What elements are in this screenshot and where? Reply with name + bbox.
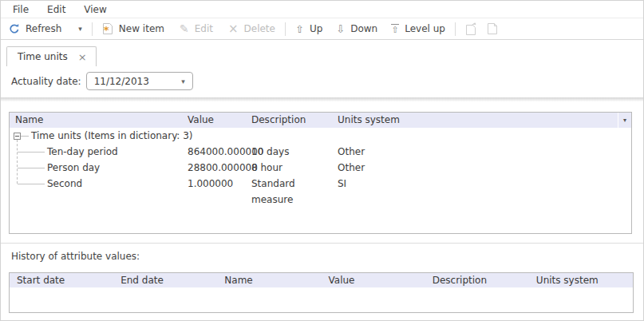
cell-name: Second	[47, 176, 82, 192]
tree-connector	[21, 136, 29, 137]
up-arrow-icon: ⇧	[295, 24, 304, 34]
history-grid-header: Start date End date Name Value Descripti…	[10, 273, 633, 287]
history-column-value[interactable]: Value	[322, 273, 425, 287]
tab-time-units[interactable]: Time units ×	[6, 46, 97, 66]
actuality-date-label: Actuality date:	[11, 76, 81, 87]
collapse-icon[interactable]	[14, 133, 21, 140]
cell-units-system: Other	[335, 144, 631, 160]
up-label: Up	[310, 23, 322, 34]
down-arrow-icon: ⇩	[336, 24, 345, 34]
menu-bar: File Edit View	[1, 1, 643, 18]
copy-icon	[465, 22, 476, 35]
cell-value: 28800.000000	[185, 160, 249, 176]
toolbar-separator	[92, 22, 93, 36]
cell-value: 864000.000000	[185, 144, 249, 160]
refresh-icon	[9, 23, 20, 34]
new-item-button[interactable]: * New item	[102, 22, 164, 35]
group-row[interactable]: Time units (Items in dictionary: 3)	[10, 128, 631, 144]
menu-view[interactable]: View	[84, 4, 106, 15]
toolbar-separator	[455, 22, 456, 36]
refresh-button[interactable]: Refresh ▾	[9, 23, 82, 34]
new-item-icon: *	[102, 22, 113, 35]
cell-name: Ten-day period	[47, 144, 118, 160]
tab-strip: Time units ×	[1, 40, 643, 66]
tab-close-icon[interactable]: ×	[78, 52, 87, 62]
grid-rows: Time units (Items in dictionary: 3) Ten-…	[10, 128, 631, 192]
actuality-date-value: 11/12/2013	[94, 76, 149, 87]
section-divider	[1, 97, 643, 101]
edit-pencil-icon: ✎	[180, 23, 189, 34]
level-up-label: Level up	[405, 23, 445, 34]
refresh-dropdown-icon[interactable]: ▾	[78, 25, 82, 33]
time-units-grid: Name Value Description Units system ▾ Ti…	[9, 112, 632, 234]
tree-connector	[18, 168, 45, 168]
delete-label: Delete	[244, 23, 275, 34]
actuality-date-row: Actuality date: 11/12/2013 ▾	[11, 72, 643, 90]
history-column-end-date[interactable]: End date	[113, 273, 217, 287]
refresh-label: Refresh	[26, 23, 61, 34]
new-item-star-icon: *	[104, 25, 109, 35]
column-chooser-icon[interactable]: ▾	[618, 113, 631, 128]
edit-label: Edit	[195, 23, 213, 34]
history-column-name[interactable]: Name	[217, 273, 321, 287]
copy-button[interactable]	[465, 22, 476, 35]
column-header-name[interactable]: Name	[10, 113, 185, 128]
menu-file[interactable]: File	[13, 4, 29, 15]
group-label: Time units (Items in dictionary: 3)	[31, 128, 193, 144]
column-header-description[interactable]: Description	[249, 113, 335, 128]
grid-header: Name Value Description Units system ▾	[10, 113, 631, 128]
history-column-description[interactable]: Description	[425, 273, 529, 287]
cell-description: 8 hour	[249, 160, 335, 176]
history-grid: Start date End date Name Value Descripti…	[9, 272, 634, 313]
delete-button[interactable]: × Delete	[228, 23, 275, 35]
tree-connector	[18, 184, 45, 184]
cell-name: Person day	[47, 160, 100, 176]
tree-connector	[18, 152, 45, 153]
history-section-label: History of attribute values:	[11, 251, 643, 262]
app-window: File Edit View Refresh ▾ * New item	[0, 0, 644, 321]
new-item-label: New item	[119, 23, 164, 34]
column-header-value[interactable]: Value	[185, 113, 249, 128]
table-row[interactable]: Ten-day period 864000.000000 10 days Oth…	[10, 144, 631, 160]
combobox-dropdown-icon[interactable]: ▾	[181, 77, 185, 85]
panel-splitter[interactable]	[1, 243, 643, 244]
up-button[interactable]: ⇧ Up	[295, 23, 322, 34]
table-row[interactable]: Second 1.000000 Standard measure SI	[10, 176, 631, 192]
menu-edit[interactable]: Edit	[47, 4, 65, 15]
down-button[interactable]: ⇩ Down	[336, 23, 377, 34]
tab-label: Time units	[18, 51, 68, 62]
level-up-icon: ⇧	[391, 24, 399, 34]
cell-units-system: Other	[335, 160, 631, 176]
down-label: Down	[350, 23, 377, 34]
edit-button[interactable]: ✎ Edit	[180, 23, 213, 34]
delete-cross-icon: ×	[228, 23, 239, 35]
cell-units-system: SI	[335, 176, 631, 192]
column-header-units-system[interactable]: Units system	[335, 113, 618, 128]
cell-value: 1.000000	[185, 176, 249, 192]
cell-description: 10 days	[249, 144, 335, 160]
table-row[interactable]: Person day 28800.000000 8 hour Other	[10, 160, 631, 176]
level-up-button[interactable]: ⇧ Level up	[391, 23, 445, 34]
history-column-start-date[interactable]: Start date	[10, 273, 113, 287]
paste-icon	[487, 22, 498, 35]
toolbar: Refresh ▾ * New item ✎ Edit × Delete ⇧ U…	[1, 18, 643, 40]
actuality-date-combobox[interactable]: 11/12/2013 ▾	[86, 72, 193, 90]
cell-description: Standard measure	[249, 176, 335, 192]
history-column-units-system[interactable]: Units system	[529, 273, 633, 287]
paste-button[interactable]	[487, 22, 498, 35]
toolbar-separator	[285, 22, 286, 36]
